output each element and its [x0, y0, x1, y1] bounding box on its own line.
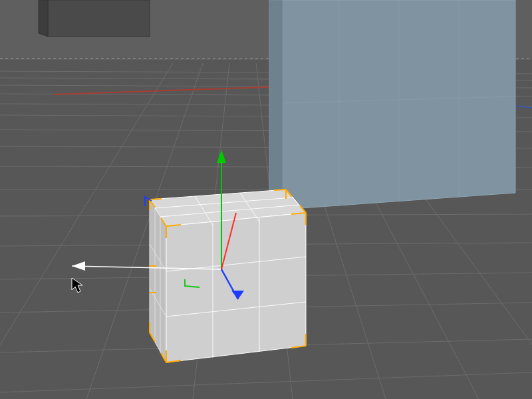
svg-marker-23 [48, 0, 150, 37]
svg-marker-26 [269, 0, 283, 209]
3d-viewport[interactable] [0, 0, 532, 399]
svg-marker-24 [39, 0, 48, 37]
svg-marker-33 [166, 213, 306, 362]
selected-cube[interactable] [150, 190, 306, 362]
background-cube-right[interactable] [269, 0, 515, 209]
viewport-canvas[interactable] [0, 0, 532, 399]
background-cube-left[interactable] [39, 0, 150, 37]
